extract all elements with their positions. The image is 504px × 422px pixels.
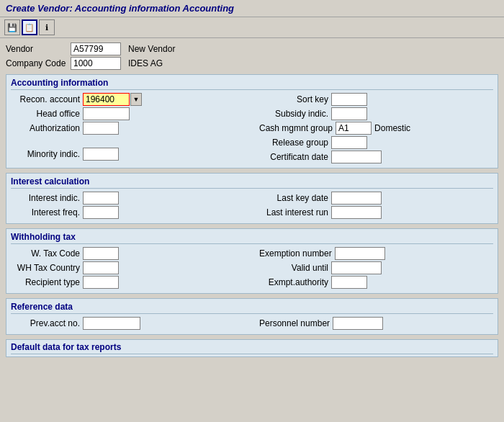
minority-indic-label: Minority indic. xyxy=(11,149,83,159)
recon-account-label: Recon. account xyxy=(11,94,83,104)
w-tax-code-input[interactable] xyxy=(83,247,119,260)
release-group-row: Release group xyxy=(259,136,493,149)
authorization-label: Authorization xyxy=(11,123,83,133)
vendor-input[interactable] xyxy=(71,42,121,55)
subsidy-indic-label: Subsidy indic. xyxy=(259,109,331,119)
exemption-number-label: Exemption number xyxy=(259,248,335,259)
copy-button[interactable]: 📋 xyxy=(22,19,37,35)
vendor-label: Vendor xyxy=(6,44,71,54)
interest-indic-label: Interest indic. xyxy=(11,193,83,203)
head-office-label: Head office xyxy=(11,109,83,119)
withholding-title: Withholding tax xyxy=(11,232,493,244)
recipient-type-label: Recipient type xyxy=(11,277,83,287)
vendor-row: Vendor New Vendor xyxy=(6,42,498,55)
personnel-number-input[interactable] xyxy=(333,317,383,330)
last-key-date-label: Last key date xyxy=(259,193,331,203)
last-key-date-row: Last key date xyxy=(259,192,493,205)
recon-account-pick[interactable]: ▼ xyxy=(130,93,142,106)
exemption-number-input[interactable] xyxy=(335,247,385,260)
vendor-info: Vendor New Vendor Company Code IDES AG xyxy=(6,42,498,70)
save-button[interactable]: 💾 xyxy=(4,19,20,35)
sort-key-input[interactable] xyxy=(331,93,367,106)
last-interest-run-input[interactable] xyxy=(331,206,382,219)
cash-mgmnt-row: Cash mgmnt group Domestic xyxy=(259,122,493,135)
reference-section: Reference data Prev.acct no. Personnel n… xyxy=(6,298,498,335)
wh-tax-country-row: WH Tax Country xyxy=(11,261,245,274)
head-office-row: Head office xyxy=(11,107,245,120)
interest-indic-input[interactable] xyxy=(83,192,119,205)
exmpt-authority-input[interactable] xyxy=(331,276,367,289)
interest-freq-label: Interest freq. xyxy=(11,207,83,217)
authorization-input[interactable] xyxy=(83,122,119,135)
company-code-row: Company Code IDES AG xyxy=(6,57,498,70)
certificatn-date-row: Certificatn date xyxy=(259,151,493,163)
exmpt-authority-label: Exmpt.authority xyxy=(259,277,331,287)
exmpt-authority-row: Exmpt.authority xyxy=(259,276,493,289)
company-code-extra: IDES AG xyxy=(128,58,163,68)
interest-title: Interest calculation xyxy=(11,176,493,189)
last-interest-run-row: Last interest run xyxy=(259,206,493,219)
withholding-section: Withholding tax W. Tax Code WH Tax Count… xyxy=(6,228,498,294)
last-key-date-input[interactable] xyxy=(331,192,382,205)
personnel-number-label: Personnel number xyxy=(259,318,333,328)
cash-mgmnt-label: Cash mgmnt group xyxy=(259,123,336,133)
certificatn-date-input[interactable] xyxy=(331,151,382,163)
interest-indic-row: Interest indic. xyxy=(11,192,245,205)
tax-reports-title: Default data for tax reports xyxy=(11,342,493,354)
subsidy-indic-input[interactable] xyxy=(331,107,367,120)
minority-indic-row: Minority indic. xyxy=(11,148,245,161)
w-tax-code-label: W. Tax Code xyxy=(11,248,83,259)
recipient-type-input[interactable] xyxy=(83,276,119,289)
wh-tax-country-label: WH Tax Country xyxy=(11,263,83,273)
interest-freq-row: Interest freq. xyxy=(11,206,245,219)
prev-acct-no-input[interactable] xyxy=(83,317,140,330)
info-button[interactable]: ℹ xyxy=(39,19,55,35)
sort-key-row: Sort key xyxy=(259,93,493,106)
interest-freq-input[interactable] xyxy=(83,206,119,219)
cash-mgmnt-extra: Domestic xyxy=(374,123,410,133)
minority-indic-input[interactable] xyxy=(83,148,119,161)
valid-until-label: Valid until xyxy=(259,263,331,273)
interest-section: Interest calculation Interest indic. Int… xyxy=(6,173,498,224)
tax-reports-section: Default data for tax reports xyxy=(6,339,498,357)
wh-tax-country-input[interactable] xyxy=(83,261,119,274)
recipient-type-row: Recipient type xyxy=(11,276,245,289)
title-bar: Create Vendor: Accounting information Ac… xyxy=(0,0,504,17)
vendor-extra: New Vendor xyxy=(128,44,175,54)
reference-title: Reference data xyxy=(11,302,493,314)
valid-until-row: Valid until xyxy=(259,261,493,274)
valid-until-input[interactable] xyxy=(331,261,382,274)
company-code-input[interactable] xyxy=(71,57,121,70)
subsidy-indic-row: Subsidy indic. xyxy=(259,107,493,120)
head-office-input[interactable] xyxy=(83,107,130,120)
last-interest-run-label: Last interest run xyxy=(259,207,331,217)
release-group-input[interactable] xyxy=(331,136,367,149)
main-content: Vendor New Vendor Company Code IDES AG A… xyxy=(0,38,504,362)
cash-mgmnt-input[interactable] xyxy=(336,122,372,135)
accounting-title: Accounting information xyxy=(11,78,493,90)
accounting-section: Accounting information Recon. account ▼ … xyxy=(6,74,498,169)
recon-account-input[interactable] xyxy=(83,93,130,106)
prev-acct-no-row: Prev.acct no. xyxy=(11,317,245,330)
prev-acct-no-label: Prev.acct no. xyxy=(11,318,83,328)
release-group-label: Release group xyxy=(259,138,331,148)
recon-account-row: Recon. account ▼ xyxy=(11,93,245,106)
certificatn-date-label: Certificatn date xyxy=(259,152,331,162)
authorization-row: Authorization xyxy=(11,122,245,135)
toolbar: 💾 📋 ℹ xyxy=(0,17,504,38)
page-title: Create Vendor: Accounting information Ac… xyxy=(6,3,234,14)
personnel-number-row: Personnel number xyxy=(259,317,493,330)
w-tax-code-row: W. Tax Code xyxy=(11,247,245,260)
company-code-label: Company Code xyxy=(6,58,71,68)
sort-key-label: Sort key xyxy=(259,94,331,104)
exemption-number-row: Exemption number xyxy=(259,247,493,260)
